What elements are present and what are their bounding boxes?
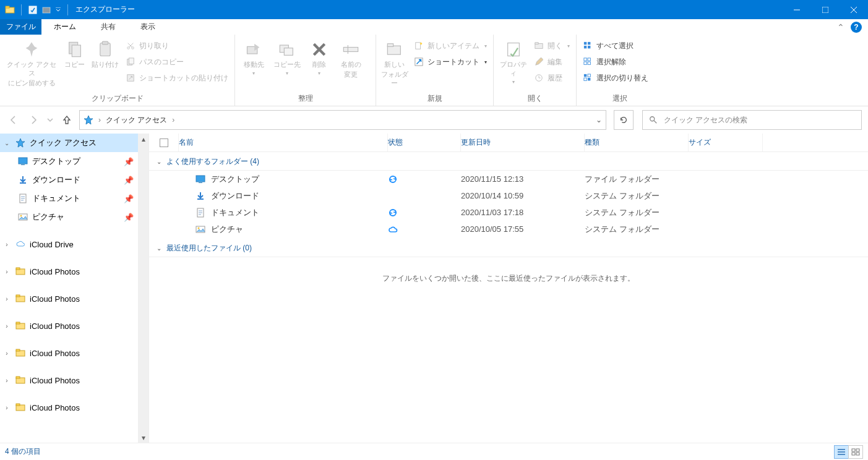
- history-button[interactable]: 履歴: [531, 70, 572, 85]
- chevron-right-icon[interactable]: ›: [2, 323, 11, 330]
- svg-rect-48: [16, 295, 20, 297]
- tree-icloud-photos[interactable]: ›iCloud Photos: [0, 344, 148, 362]
- chevron-down-icon[interactable]: ⌄: [157, 245, 161, 252]
- qat-properties-icon[interactable]: [27, 4, 39, 16]
- copy-path-button[interactable]: パスのコピー: [123, 54, 231, 69]
- document-icon: [17, 193, 28, 204]
- paste-icon: [95, 40, 115, 59]
- chevron-right-icon[interactable]: ›: [2, 377, 11, 384]
- move-to-button[interactable]: 移動先 ▾: [239, 37, 269, 77]
- column-modified[interactable]: 更新日時: [461, 134, 585, 151]
- thumbnails-view-button[interactable]: [848, 445, 863, 459]
- maximize-button[interactable]: [811, 0, 840, 19]
- help-icon[interactable]: ?: [851, 22, 862, 33]
- refresh-button[interactable]: [614, 110, 634, 130]
- tree-desktop[interactable]: デスクトップ 📌: [0, 152, 148, 171]
- column-name[interactable]: 名前: [179, 134, 388, 151]
- address-bar[interactable]: › クイック アクセス › ⌄: [79, 110, 606, 130]
- minimize-button[interactable]: [783, 0, 811, 19]
- copy-button[interactable]: コピー: [62, 37, 88, 69]
- tab-share[interactable]: 共有: [88, 19, 128, 35]
- folder-icon: [15, 402, 26, 413]
- quickaccess-star-icon: [84, 115, 93, 125]
- chevron-right-icon[interactable]: ›: [172, 116, 174, 124]
- column-size[interactable]: サイズ: [689, 134, 763, 151]
- svg-rect-31: [584, 58, 587, 61]
- delete-button[interactable]: 削除 ▾: [306, 37, 333, 77]
- list-item[interactable]: ダウンロード2020/10/14 10:59システム フォルダー: [149, 187, 868, 204]
- paste-shortcut-button[interactable]: ショートカットの貼り付け: [123, 70, 231, 85]
- collapse-ribbon-icon[interactable]: ⌃: [837, 22, 844, 32]
- group-frequent-folders[interactable]: ⌄ よく使用するフォルダー (4): [149, 153, 868, 171]
- recent-locations-button[interactable]: [46, 111, 54, 129]
- tab-file[interactable]: ファイル: [0, 19, 41, 35]
- tree-icloud-photos[interactable]: ›iCloud Photos: [0, 398, 148, 417]
- tree-icloud-photos[interactable]: ›iCloud Photos: [0, 262, 148, 281]
- sync-icon: [388, 174, 398, 184]
- chevron-down-icon[interactable]: ⌄: [2, 140, 11, 147]
- group-label: よく使用するフォルダー (4): [166, 156, 259, 167]
- address-dropdown-icon[interactable]: ⌄: [596, 116, 602, 124]
- list-item[interactable]: ドキュメント2020/11/03 17:18システム フォルダー: [149, 204, 868, 221]
- close-button[interactable]: [840, 0, 868, 19]
- search-box[interactable]: クイック アクセスの検索: [642, 110, 862, 130]
- column-state[interactable]: 状態: [388, 134, 461, 151]
- list-item[interactable]: ピクチャ2020/10/05 17:55システム フォルダー: [149, 221, 868, 237]
- invert-selection-button[interactable]: 選択の切り替え: [580, 70, 651, 85]
- breadcrumb-root[interactable]: クイック アクセス: [106, 115, 167, 126]
- back-button[interactable]: [6, 111, 21, 129]
- cut-button[interactable]: 切り取り: [123, 38, 231, 53]
- select-none-button[interactable]: 選択解除: [580, 54, 651, 69]
- tree-icloud-photos[interactable]: ›iCloud Photos: [0, 289, 148, 308]
- navpane-scrollbar[interactable]: ▴ ▾: [138, 134, 148, 443]
- pin-to-quickaccess-button[interactable]: クイック アクセス にピン留めする: [4, 37, 59, 87]
- forward-button[interactable]: [26, 111, 41, 129]
- chevron-right-icon[interactable]: ›: [2, 241, 11, 248]
- tree-documents[interactable]: ドキュメント 📌: [0, 189, 148, 208]
- chevron-right-icon[interactable]: ›: [2, 296, 11, 302]
- desktop-icon: [195, 174, 206, 185]
- tree-pictures[interactable]: ピクチャ 📌: [0, 208, 148, 226]
- properties-button[interactable]: プロパティ ▾: [497, 37, 529, 85]
- clipboard-group-label: クリップボード: [0, 93, 234, 106]
- new-item-button[interactable]: 新しいアイテム ▾: [411, 38, 489, 53]
- picture-icon: [17, 211, 28, 223]
- tree-icloud-drive[interactable]: › iCloud Drive: [0, 235, 148, 253]
- new-folder-button[interactable]: 新しい フォルダー: [380, 37, 409, 87]
- item-type: ファイル フォルダー: [585, 174, 689, 185]
- qat-newfolder-icon[interactable]: [40, 4, 53, 16]
- details-view-button[interactable]: [834, 445, 849, 459]
- edit-button[interactable]: 編集: [531, 54, 572, 69]
- select-all-checkbox[interactable]: [149, 134, 179, 151]
- up-button[interactable]: [59, 111, 74, 129]
- tab-home[interactable]: ホーム: [41, 19, 88, 35]
- select-all-button[interactable]: すべて選択: [580, 38, 651, 53]
- ribbon-group-select: すべて選択 選択解除 選択の切り替え 選択: [577, 35, 663, 106]
- svg-rect-28: [588, 42, 590, 45]
- scroll-up-icon[interactable]: ▴: [138, 134, 148, 144]
- chevron-right-icon[interactable]: ›: [2, 350, 11, 357]
- copy-to-button[interactable]: コピー先 ▾: [271, 37, 303, 77]
- chevron-right-icon[interactable]: ›: [2, 404, 11, 411]
- group-recent-files[interactable]: ⌄ 最近使用したファイル (0): [149, 240, 868, 257]
- tree-downloads[interactable]: ダウンロード 📌: [0, 171, 148, 189]
- qat-dropdown-icon[interactable]: [54, 4, 62, 16]
- shortcut-button[interactable]: ショートカット ▾: [411, 54, 489, 69]
- tree-quick-access[interactable]: ⌄ クイック アクセス: [0, 134, 148, 152]
- rename-button[interactable]: 名前の 変更: [335, 37, 366, 79]
- paste-button[interactable]: 貼り付け: [90, 37, 121, 69]
- item-type: システム フォルダー: [585, 207, 689, 218]
- chevron-down-icon[interactable]: ⌄: [157, 158, 161, 165]
- chevron-right-icon[interactable]: ›: [98, 116, 101, 124]
- navigation-row: › クイック アクセス › ⌄ クイック アクセスの検索: [0, 106, 868, 134]
- properties-label: プロパティ: [497, 61, 529, 78]
- tab-view[interactable]: 表示: [128, 19, 168, 35]
- svg-rect-1: [6, 6, 9, 8]
- scroll-down-icon[interactable]: ▾: [138, 432, 148, 443]
- open-button[interactable]: 開く ▾: [531, 38, 572, 53]
- tree-icloud-photos[interactable]: ›iCloud Photos: [0, 317, 148, 335]
- column-type[interactable]: 種類: [585, 134, 689, 151]
- tree-icloud-photos[interactable]: ›iCloud Photos: [0, 371, 148, 390]
- list-item[interactable]: デスクトップ2020/11/15 12:13ファイル フォルダー: [149, 171, 868, 187]
- chevron-right-icon[interactable]: ›: [2, 268, 11, 275]
